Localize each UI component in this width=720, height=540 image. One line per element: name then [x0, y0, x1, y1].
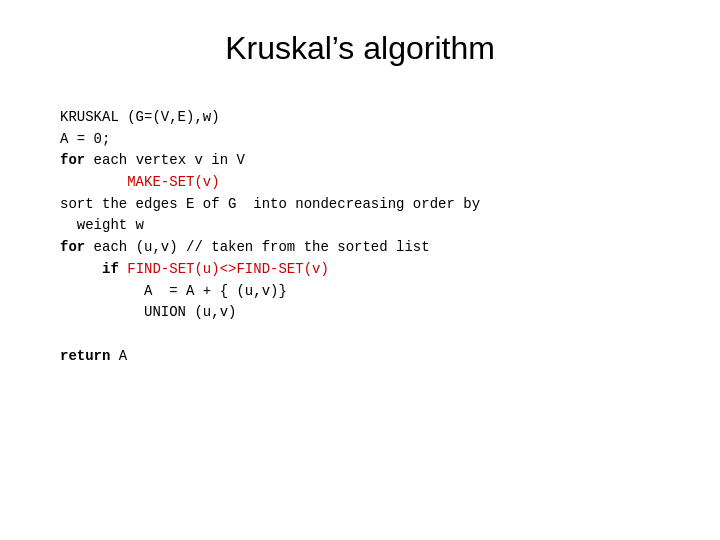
- code-line-8: if FIND-SET(u)<>FIND-SET(v): [60, 259, 680, 281]
- code-line-12: return A: [60, 346, 680, 368]
- code-line-2: A = 0;: [60, 129, 680, 151]
- make-set: MAKE-SET(v): [127, 174, 219, 190]
- keyword-for: for: [60, 152, 85, 168]
- code-line-4: MAKE-SET(v): [60, 172, 680, 194]
- code-line-11: [60, 324, 680, 346]
- keyword-if: if: [102, 261, 119, 277]
- page-title: Kruskal’s algorithm: [225, 30, 495, 67]
- code-block: KRUSKAL (G=(V,E),w) A = 0; for each vert…: [40, 107, 680, 367]
- code-line-9: A = A + { (u,v)}: [60, 281, 680, 303]
- code-line-7: for each (u,v) // taken from the sorted …: [60, 237, 680, 259]
- code-line-6: weight w: [60, 215, 680, 237]
- page-container: Kruskal’s algorithm KRUSKAL (G=(V,E),w) …: [0, 0, 720, 540]
- find-set: FIND-SET(u)<>FIND-SET(v): [127, 261, 329, 277]
- code-line-5: sort the edges E of G into nondecreasing…: [60, 194, 680, 216]
- code-line-1: KRUSKAL (G=(V,E),w): [60, 107, 680, 129]
- keyword-return: return: [60, 348, 110, 364]
- code-line-3: for each vertex v in V: [60, 150, 680, 172]
- code-line-10: UNION (u,v): [60, 302, 680, 324]
- keyword-for2: for: [60, 239, 85, 255]
